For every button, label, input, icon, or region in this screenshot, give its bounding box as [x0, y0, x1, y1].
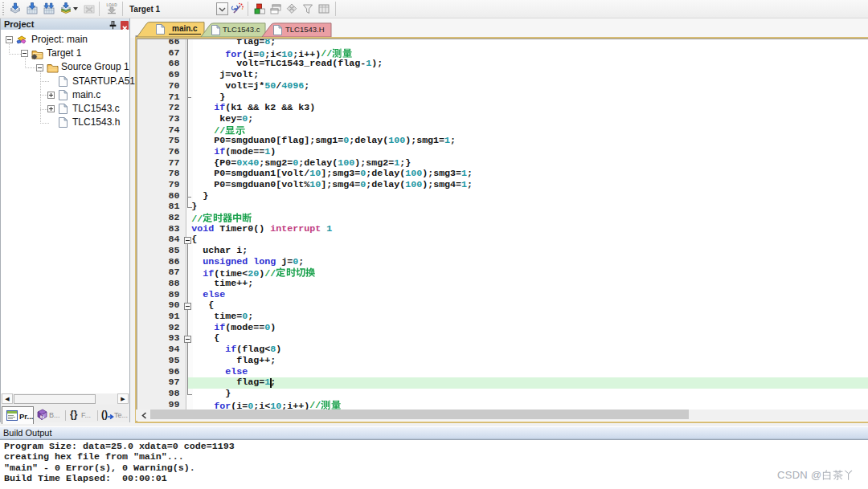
svg-text:LOAD: LOAD: [106, 3, 117, 7]
